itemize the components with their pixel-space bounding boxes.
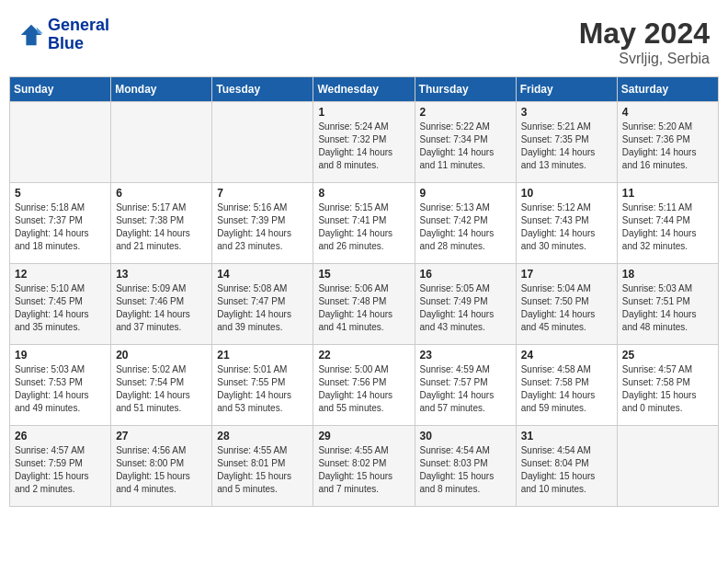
day-info: Sunrise: 5:06 AM Sunset: 7:48 PM Dayligh… [318, 282, 409, 334]
calendar-cell: 30Sunrise: 4:54 AM Sunset: 8:03 PM Dayli… [415, 426, 516, 507]
day-info: Sunrise: 5:04 AM Sunset: 7:50 PM Dayligh… [521, 282, 612, 334]
calendar-cell: 24Sunrise: 4:58 AM Sunset: 7:58 PM Dayli… [516, 345, 617, 426]
day-number: 4 [622, 106, 713, 119]
day-number: 27 [116, 430, 207, 442]
day-header-thursday: Thursday [415, 77, 516, 102]
calendar-cell: 18Sunrise: 5:03 AM Sunset: 7:51 PM Dayli… [617, 264, 718, 345]
page-header: General Blue May 2024 Svrljig, Serbia [9, 9, 719, 71]
day-info: Sunrise: 5:15 AM Sunset: 7:41 PM Dayligh… [318, 201, 409, 253]
day-header-wednesday: Wednesday [313, 77, 415, 102]
calendar-cell [111, 102, 212, 183]
calendar-cell: 21Sunrise: 5:01 AM Sunset: 7:55 PM Dayli… [212, 345, 313, 426]
logo: General Blue [18, 17, 109, 53]
calendar-cell [617, 426, 718, 507]
day-info: Sunrise: 5:02 AM Sunset: 7:54 PM Dayligh… [116, 363, 207, 415]
calendar-cell: 10Sunrise: 5:12 AM Sunset: 7:43 PM Dayli… [516, 183, 617, 264]
day-info: Sunrise: 5:08 AM Sunset: 7:47 PM Dayligh… [217, 282, 308, 334]
day-headers-row: SundayMondayTuesdayWednesdayThursdayFrid… [10, 77, 719, 102]
calendar-week-4: 19Sunrise: 5:03 AM Sunset: 7:53 PM Dayli… [10, 345, 719, 426]
calendar-cell [10, 102, 111, 183]
day-info: Sunrise: 4:56 AM Sunset: 8:00 PM Dayligh… [116, 444, 207, 496]
day-number: 22 [318, 349, 409, 362]
day-number: 10 [521, 187, 612, 200]
day-info: Sunrise: 5:09 AM Sunset: 7:46 PM Dayligh… [116, 282, 207, 334]
day-number: 30 [420, 430, 511, 442]
day-info: Sunrise: 5:16 AM Sunset: 7:39 PM Dayligh… [217, 201, 308, 253]
day-info: Sunrise: 5:03 AM Sunset: 7:51 PM Dayligh… [622, 282, 713, 334]
day-info: Sunrise: 5:01 AM Sunset: 7:55 PM Dayligh… [217, 363, 308, 415]
day-info: Sunrise: 4:57 AM Sunset: 7:58 PM Dayligh… [622, 363, 713, 415]
day-number: 12 [15, 268, 106, 281]
calendar-cell: 12Sunrise: 5:10 AM Sunset: 7:45 PM Dayli… [10, 264, 111, 345]
day-info: Sunrise: 5:24 AM Sunset: 7:32 PM Dayligh… [318, 121, 409, 172]
calendar-week-1: 1Sunrise: 5:24 AM Sunset: 7:32 PM Daylig… [10, 102, 719, 183]
calendar-cell: 17Sunrise: 5:04 AM Sunset: 7:50 PM Dayli… [516, 264, 617, 345]
day-number: 9 [420, 187, 511, 200]
day-number: 11 [622, 187, 713, 200]
day-number: 3 [521, 106, 612, 119]
logo-text: General Blue [48, 17, 109, 53]
day-number: 17 [521, 268, 612, 281]
logo-line2: Blue [48, 35, 109, 53]
calendar-cell: 5Sunrise: 5:18 AM Sunset: 7:37 PM Daylig… [10, 183, 111, 264]
day-header-friday: Friday [516, 77, 617, 102]
day-info: Sunrise: 4:58 AM Sunset: 7:58 PM Dayligh… [521, 363, 612, 415]
day-number: 16 [420, 268, 511, 281]
day-info: Sunrise: 5:13 AM Sunset: 7:42 PM Dayligh… [420, 201, 511, 253]
calendar-cell: 8Sunrise: 5:15 AM Sunset: 7:41 PM Daylig… [313, 183, 415, 264]
day-number: 6 [116, 187, 207, 200]
day-header-monday: Monday [111, 77, 212, 102]
day-info: Sunrise: 5:00 AM Sunset: 7:56 PM Dayligh… [318, 363, 409, 415]
day-info: Sunrise: 5:21 AM Sunset: 7:35 PM Dayligh… [521, 121, 612, 172]
calendar-body: 1Sunrise: 5:24 AM Sunset: 7:32 PM Daylig… [10, 102, 719, 507]
calendar-cell: 22Sunrise: 5:00 AM Sunset: 7:56 PM Dayli… [313, 345, 415, 426]
calendar-cell: 28Sunrise: 4:55 AM Sunset: 8:01 PM Dayli… [212, 426, 313, 507]
calendar-table: SundayMondayTuesdayWednesdayThursdayFrid… [9, 76, 719, 507]
calendar-week-5: 26Sunrise: 4:57 AM Sunset: 7:59 PM Dayli… [10, 426, 719, 507]
day-info: Sunrise: 4:54 AM Sunset: 8:04 PM Dayligh… [521, 444, 612, 496]
day-info: Sunrise: 4:55 AM Sunset: 8:01 PM Dayligh… [217, 444, 308, 496]
day-number: 24 [521, 349, 612, 362]
calendar-cell: 15Sunrise: 5:06 AM Sunset: 7:48 PM Dayli… [313, 264, 415, 345]
day-info: Sunrise: 5:11 AM Sunset: 7:44 PM Dayligh… [622, 201, 713, 253]
calendar-cell: 16Sunrise: 5:05 AM Sunset: 7:49 PM Dayli… [415, 264, 516, 345]
day-info: Sunrise: 4:59 AM Sunset: 7:57 PM Dayligh… [420, 363, 511, 415]
logo-line1: General [48, 17, 109, 35]
day-info: Sunrise: 5:03 AM Sunset: 7:53 PM Dayligh… [15, 363, 106, 415]
day-info: Sunrise: 5:22 AM Sunset: 7:34 PM Dayligh… [420, 121, 511, 172]
calendar-cell: 4Sunrise: 5:20 AM Sunset: 7:36 PM Daylig… [617, 102, 718, 183]
location: Svrljig, Serbia [579, 51, 710, 67]
month-year: May 2024 [579, 17, 710, 51]
calendar-cell: 3Sunrise: 5:21 AM Sunset: 7:35 PM Daylig… [516, 102, 617, 183]
calendar-cell: 26Sunrise: 4:57 AM Sunset: 7:59 PM Dayli… [10, 426, 111, 507]
day-info: Sunrise: 4:57 AM Sunset: 7:59 PM Dayligh… [15, 444, 106, 496]
calendar-week-3: 12Sunrise: 5:10 AM Sunset: 7:45 PM Dayli… [10, 264, 719, 345]
calendar-cell: 14Sunrise: 5:08 AM Sunset: 7:47 PM Dayli… [212, 264, 313, 345]
svg-marker-0 [21, 25, 41, 45]
day-number: 14 [217, 268, 308, 281]
calendar-cell: 19Sunrise: 5:03 AM Sunset: 7:53 PM Dayli… [10, 345, 111, 426]
day-number: 13 [116, 268, 207, 281]
calendar-cell [212, 102, 313, 183]
day-info: Sunrise: 5:17 AM Sunset: 7:38 PM Dayligh… [116, 201, 207, 253]
day-number: 8 [318, 187, 409, 200]
calendar-cell: 11Sunrise: 5:11 AM Sunset: 7:44 PM Dayli… [617, 183, 718, 264]
day-number: 7 [217, 187, 308, 200]
calendar-cell: 29Sunrise: 4:55 AM Sunset: 8:02 PM Dayli… [313, 426, 415, 507]
calendar-cell: 23Sunrise: 4:59 AM Sunset: 7:57 PM Dayli… [415, 345, 516, 426]
day-info: Sunrise: 5:12 AM Sunset: 7:43 PM Dayligh… [521, 201, 612, 253]
calendar-cell: 31Sunrise: 4:54 AM Sunset: 8:04 PM Dayli… [516, 426, 617, 507]
day-number: 19 [15, 349, 106, 362]
day-number: 29 [318, 430, 409, 442]
day-header-tuesday: Tuesday [212, 77, 313, 102]
calendar-cell: 7Sunrise: 5:16 AM Sunset: 7:39 PM Daylig… [212, 183, 313, 264]
day-header-sunday: Sunday [10, 77, 111, 102]
day-number: 20 [116, 349, 207, 362]
day-number: 18 [622, 268, 713, 281]
day-info: Sunrise: 5:18 AM Sunset: 7:37 PM Dayligh… [15, 201, 106, 253]
day-info: Sunrise: 5:05 AM Sunset: 7:49 PM Dayligh… [420, 282, 511, 334]
day-info: Sunrise: 5:20 AM Sunset: 7:36 PM Dayligh… [622, 121, 713, 172]
day-info: Sunrise: 4:54 AM Sunset: 8:03 PM Dayligh… [420, 444, 511, 496]
day-number: 26 [15, 430, 106, 442]
calendar-cell: 6Sunrise: 5:17 AM Sunset: 7:38 PM Daylig… [111, 183, 212, 264]
